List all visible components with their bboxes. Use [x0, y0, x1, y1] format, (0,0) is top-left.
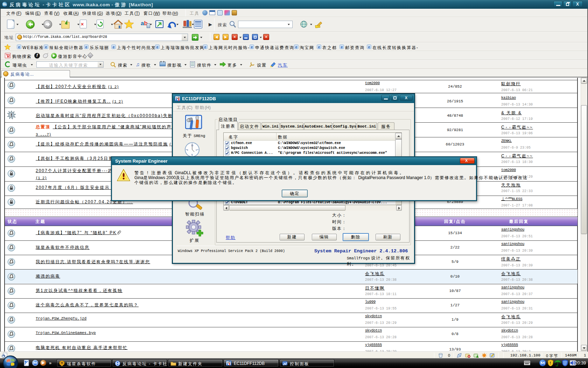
svg-text:!: !	[11, 113, 12, 118]
svg-text:12: 12	[191, 144, 194, 146]
svg-text:!: !	[550, 361, 551, 365]
